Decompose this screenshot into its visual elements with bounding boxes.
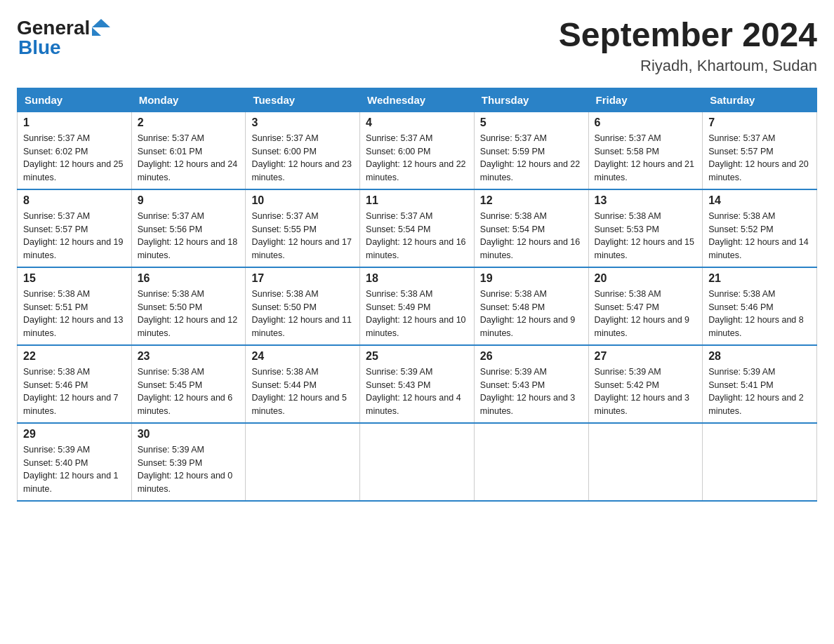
day-number: 10 (251, 194, 354, 207)
cell-info: Sunrise: 5:37 AMSunset: 5:57 PMDaylight:… (23, 210, 126, 262)
day-number: 14 (708, 194, 811, 207)
day-number: 9 (138, 194, 240, 207)
calendar-cell: 15Sunrise: 5:38 AMSunset: 5:51 PMDayligh… (18, 267, 132, 345)
cell-info: Sunrise: 5:38 AMSunset: 5:49 PMDaylight:… (366, 288, 468, 340)
cell-info: Sunrise: 5:38 AMSunset: 5:51 PMDaylight:… (23, 288, 126, 340)
day-number: 24 (251, 350, 354, 363)
cell-info: Sunrise: 5:39 AMSunset: 5:42 PMDaylight:… (595, 365, 697, 418)
cell-info: Sunrise: 5:38 AMSunset: 5:45 PMDaylight:… (138, 365, 240, 418)
logo-triangle-icon (92, 19, 110, 36)
logo: General Blue (17, 17, 110, 59)
cell-info: Sunrise: 5:37 AMSunset: 6:00 PMDaylight:… (366, 132, 468, 185)
day-number: 28 (708, 350, 811, 363)
calendar-cell (360, 423, 475, 501)
day-number: 20 (595, 272, 697, 285)
day-number: 4 (366, 116, 468, 129)
day-number: 21 (708, 272, 811, 285)
calendar-cell (246, 423, 360, 501)
day-number: 5 (480, 116, 583, 129)
col-header-saturday: Saturday (703, 88, 817, 112)
cell-info: Sunrise: 5:39 AMSunset: 5:40 PMDaylight:… (23, 443, 126, 496)
day-number: 18 (366, 272, 468, 285)
calendar-cell: 12Sunrise: 5:38 AMSunset: 5:54 PMDayligh… (474, 189, 588, 267)
cell-info: Sunrise: 5:38 AMSunset: 5:44 PMDaylight:… (251, 365, 354, 418)
calendar-row-week-5: 29Sunrise: 5:39 AMSunset: 5:40 PMDayligh… (18, 423, 817, 501)
day-number: 15 (23, 272, 126, 285)
calendar-row-week-2: 8Sunrise: 5:37 AMSunset: 5:57 PMDaylight… (18, 189, 817, 267)
cell-info: Sunrise: 5:37 AMSunset: 5:57 PMDaylight:… (708, 132, 811, 185)
calendar-cell: 10Sunrise: 5:37 AMSunset: 5:55 PMDayligh… (246, 189, 360, 267)
calendar-row-week-1: 1Sunrise: 5:37 AMSunset: 6:02 PMDaylight… (18, 112, 817, 189)
day-number: 16 (138, 272, 240, 285)
calendar-cell: 25Sunrise: 5:39 AMSunset: 5:43 PMDayligh… (360, 345, 475, 423)
calendar-cell: 13Sunrise: 5:38 AMSunset: 5:53 PMDayligh… (588, 189, 703, 267)
day-number: 19 (480, 272, 583, 285)
calendar-cell: 22Sunrise: 5:38 AMSunset: 5:46 PMDayligh… (18, 345, 132, 423)
cell-info: Sunrise: 5:37 AMSunset: 5:55 PMDaylight:… (251, 210, 354, 262)
calendar-cell: 26Sunrise: 5:39 AMSunset: 5:43 PMDayligh… (474, 345, 588, 423)
calendar-cell: 14Sunrise: 5:38 AMSunset: 5:52 PMDayligh… (703, 189, 817, 267)
calendar-cell: 19Sunrise: 5:38 AMSunset: 5:48 PMDayligh… (474, 267, 588, 345)
cell-info: Sunrise: 5:38 AMSunset: 5:53 PMDaylight:… (595, 210, 697, 262)
calendar-table: SundayMondayTuesdayWednesdayThursdayFrid… (17, 88, 817, 502)
day-number: 25 (366, 350, 468, 363)
day-number: 6 (595, 116, 697, 129)
day-number: 26 (480, 350, 583, 363)
day-number: 29 (23, 428, 126, 441)
calendar-cell (703, 423, 817, 501)
page-title: September 2024 (559, 17, 817, 54)
cell-info: Sunrise: 5:37 AMSunset: 6:00 PMDaylight:… (251, 132, 354, 185)
title-block: September 2024 Riyadh, Khartoum, Sudan (559, 17, 817, 75)
cell-info: Sunrise: 5:39 AMSunset: 5:39 PMDaylight:… (138, 443, 240, 496)
day-number: 12 (480, 194, 583, 207)
cell-info: Sunrise: 5:38 AMSunset: 5:50 PMDaylight:… (251, 288, 354, 340)
calendar-cell (588, 423, 703, 501)
col-header-sunday: Sunday (18, 88, 132, 112)
calendar-cell: 5Sunrise: 5:37 AMSunset: 5:59 PMDaylight… (474, 112, 588, 189)
page-subtitle: Riyadh, Khartoum, Sudan (559, 57, 817, 75)
day-number: 13 (595, 194, 697, 207)
col-header-thursday: Thursday (474, 88, 588, 112)
cell-info: Sunrise: 5:39 AMSunset: 5:43 PMDaylight:… (480, 365, 583, 418)
calendar-cell: 16Sunrise: 5:38 AMSunset: 5:50 PMDayligh… (131, 267, 246, 345)
calendar-cell: 17Sunrise: 5:38 AMSunset: 5:50 PMDayligh… (246, 267, 360, 345)
calendar-cell: 11Sunrise: 5:37 AMSunset: 5:54 PMDayligh… (360, 189, 475, 267)
cell-info: Sunrise: 5:38 AMSunset: 5:52 PMDaylight:… (708, 210, 811, 262)
cell-info: Sunrise: 5:39 AMSunset: 5:43 PMDaylight:… (366, 365, 468, 418)
day-number: 23 (138, 350, 240, 363)
calendar-cell: 8Sunrise: 5:37 AMSunset: 5:57 PMDaylight… (18, 189, 132, 267)
cell-info: Sunrise: 5:38 AMSunset: 5:54 PMDaylight:… (480, 210, 583, 262)
day-number: 2 (138, 116, 240, 129)
cell-info: Sunrise: 5:37 AMSunset: 6:02 PMDaylight:… (23, 132, 126, 185)
calendar-cell: 21Sunrise: 5:38 AMSunset: 5:46 PMDayligh… (703, 267, 817, 345)
calendar-cell: 18Sunrise: 5:38 AMSunset: 5:49 PMDayligh… (360, 267, 475, 345)
cell-info: Sunrise: 5:38 AMSunset: 5:46 PMDaylight:… (23, 365, 126, 418)
day-number: 27 (595, 350, 697, 363)
day-number: 1 (23, 116, 126, 129)
calendar-cell: 4Sunrise: 5:37 AMSunset: 6:00 PMDaylight… (360, 112, 475, 189)
cell-info: Sunrise: 5:38 AMSunset: 5:50 PMDaylight:… (138, 288, 240, 340)
cell-info: Sunrise: 5:39 AMSunset: 5:41 PMDaylight:… (708, 365, 811, 418)
cell-info: Sunrise: 5:38 AMSunset: 5:46 PMDaylight:… (708, 288, 811, 340)
calendar-cell: 27Sunrise: 5:39 AMSunset: 5:42 PMDayligh… (588, 345, 703, 423)
day-number: 7 (708, 116, 811, 129)
cell-info: Sunrise: 5:38 AMSunset: 5:47 PMDaylight:… (595, 288, 697, 340)
day-number: 11 (366, 194, 468, 207)
cell-info: Sunrise: 5:37 AMSunset: 5:56 PMDaylight:… (138, 210, 240, 262)
col-header-friday: Friday (588, 88, 703, 112)
calendar-cell: 2Sunrise: 5:37 AMSunset: 6:01 PMDaylight… (131, 112, 246, 189)
day-number: 8 (23, 194, 126, 207)
cell-info: Sunrise: 5:37 AMSunset: 5:54 PMDaylight:… (366, 210, 468, 262)
calendar-cell: 6Sunrise: 5:37 AMSunset: 5:58 PMDaylight… (588, 112, 703, 189)
calendar-row-week-3: 15Sunrise: 5:38 AMSunset: 5:51 PMDayligh… (18, 267, 817, 345)
calendar-cell (474, 423, 588, 501)
cell-info: Sunrise: 5:38 AMSunset: 5:48 PMDaylight:… (480, 288, 583, 340)
col-header-tuesday: Tuesday (246, 88, 360, 112)
calendar-cell: 1Sunrise: 5:37 AMSunset: 6:02 PMDaylight… (18, 112, 132, 189)
logo-blue: Blue (18, 36, 61, 59)
day-number: 3 (251, 116, 354, 129)
day-number: 17 (251, 272, 354, 285)
calendar-cell: 7Sunrise: 5:37 AMSunset: 5:57 PMDaylight… (703, 112, 817, 189)
cell-info: Sunrise: 5:37 AMSunset: 5:58 PMDaylight:… (595, 132, 697, 185)
calendar-cell: 24Sunrise: 5:38 AMSunset: 5:44 PMDayligh… (246, 345, 360, 423)
